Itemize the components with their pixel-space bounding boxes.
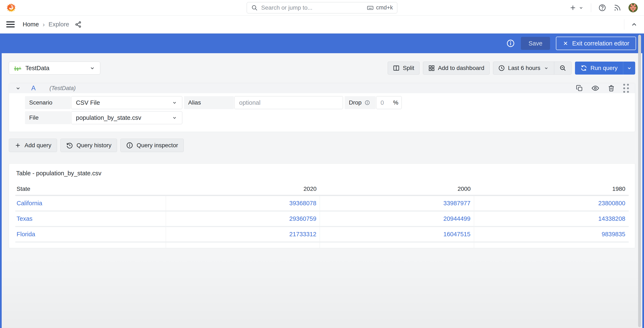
time-range-button[interactable]: Last 6 hours [493, 62, 554, 75]
drop-percent-input[interactable] [380, 99, 391, 106]
datasource-picker[interactable]: TestData [9, 62, 100, 75]
percent-suffix: % [393, 99, 398, 106]
zoom-out-time-button[interactable] [554, 62, 572, 75]
alias-label: Alias [184, 96, 234, 109]
vertical-scrollbar[interactable] [638, 35, 641, 327]
alias-field: Alias [184, 96, 343, 109]
file-field: File population_by_state.csv [25, 111, 182, 124]
column-header-2000[interactable]: 2000 [320, 183, 474, 195]
chevron-down-icon [544, 65, 549, 71]
query-editor-body: Scenario CSV File Alias [9, 93, 635, 132]
split-icon [393, 65, 400, 71]
scenario-field: Scenario CSV File [25, 96, 182, 109]
duplicate-query-icon[interactable] [576, 85, 583, 92]
split-button[interactable]: Split [388, 62, 419, 75]
news-icon[interactable] [613, 4, 621, 12]
nav-divider [591, 3, 591, 12]
cell-2000[interactable]: 33987977 [320, 196, 474, 210]
file-select[interactable]: population_by_state.csv [71, 111, 182, 124]
time-picker-group: Last 6 hours [493, 62, 572, 75]
clock-icon [498, 65, 505, 71]
column-header-1980[interactable]: 1980 [474, 183, 629, 195]
cell-1980[interactable]: 9839835 [474, 227, 629, 241]
cell-2020[interactable]: 39368078 [166, 196, 320, 210]
cell-2000[interactable]: 16047515 [320, 227, 474, 241]
help-icon[interactable] [598, 4, 606, 12]
search-shortcut: cmd+k [367, 4, 393, 11]
table-panel: Table - population_by_state.csv State 20… [9, 163, 635, 248]
datasource-name: TestData [26, 65, 49, 72]
query-datasource-hint: (TestData) [50, 85, 76, 92]
cell-2000[interactable]: 20944499 [320, 211, 474, 226]
table-row: Florida 21733312 16047515 9839835 [15, 227, 629, 243]
toggle-visibility-icon[interactable] [591, 84, 599, 92]
breadcrumb-home[interactable]: Home [23, 21, 39, 28]
data-table: State 2020 2000 1980 California 39368078… [15, 183, 629, 248]
cell-1980[interactable]: 14338208 [474, 211, 629, 226]
exit-correlation-editor-button[interactable]: Exit correlation editor [556, 37, 636, 50]
keyboard-icon [367, 4, 374, 11]
cell-2020[interactable]: 21733312 [166, 227, 320, 241]
explore-pane: TestData Split [0, 53, 644, 328]
cell-state[interactable]: Florida [15, 227, 166, 241]
info-icon [126, 142, 133, 149]
query-editor: A (TestData) [9, 83, 635, 132]
sync-icon [580, 65, 587, 71]
correlation-banner: Save Exit correlation editor [0, 33, 644, 53]
grafana-logo-icon[interactable] [6, 3, 16, 12]
run-query-group: Run query [575, 62, 635, 75]
share-icon[interactable] [75, 21, 82, 28]
top-nav: cmd+k [0, 0, 644, 15]
apps-icon [428, 65, 435, 71]
add-to-dashboard-button[interactable]: Add to dashboard [423, 62, 490, 75]
panel-title: Table - population_by_state.csv [16, 170, 629, 177]
drop-field: Drop % [345, 96, 402, 109]
scenario-select[interactable]: CSV File [71, 96, 182, 109]
query-editor-header: A (TestData) [9, 83, 635, 93]
global-search[interactable]: cmd+k [247, 2, 397, 13]
breadcrumb-separator: › [42, 21, 45, 28]
run-query-button[interactable]: Run query [575, 62, 623, 75]
column-header-2020[interactable]: 2020 [166, 183, 320, 195]
drag-handle-icon[interactable] [623, 84, 629, 93]
chevron-down-icon [89, 65, 96, 71]
delete-query-icon[interactable] [608, 85, 615, 92]
info-icon[interactable] [364, 100, 370, 105]
query-ref-id: A [31, 84, 36, 92]
drop-percent-field: % [376, 96, 402, 109]
cell-2020[interactable]: 29360759 [166, 211, 320, 226]
testdata-datasource-icon [14, 64, 22, 72]
save-button[interactable]: Save [521, 37, 550, 50]
alias-input[interactable] [234, 96, 343, 109]
user-avatar[interactable] [628, 3, 638, 12]
close-icon [562, 40, 568, 46]
table-footer-stub [15, 243, 629, 248]
column-header-state[interactable]: State [15, 183, 166, 195]
cell-1980[interactable]: 23800800 [474, 196, 629, 210]
search-icon [251, 4, 258, 11]
collapse-query-icon[interactable] [15, 85, 21, 91]
explore-toolbar: TestData Split [9, 53, 635, 75]
file-label: File [25, 111, 71, 124]
new-menu-button[interactable] [569, 4, 584, 11]
zoom-out-icon [559, 64, 566, 72]
scenario-label: Scenario [25, 96, 71, 109]
chevron-down-icon [172, 100, 178, 106]
chevron-down-icon [172, 115, 178, 121]
history-icon [66, 142, 73, 149]
run-query-dropdown[interactable] [623, 62, 635, 75]
breadcrumb-bar: Home › Explore [0, 15, 644, 33]
collapse-top-icon[interactable] [624, 19, 638, 30]
search-input[interactable] [261, 4, 364, 11]
breadcrumb-current: Explore [48, 21, 69, 28]
info-icon[interactable] [506, 39, 515, 48]
cell-state[interactable]: Texas [15, 211, 166, 226]
menu-icon[interactable] [6, 21, 15, 27]
add-query-button[interactable]: Add query [9, 139, 57, 152]
query-history-button[interactable]: Query history [60, 139, 117, 152]
query-inspector-button[interactable]: Query inspector [120, 139, 184, 152]
plus-icon [14, 142, 21, 149]
breadcrumb: Home › Explore [23, 21, 69, 28]
drop-label: Drop [345, 96, 376, 109]
cell-state[interactable]: California [15, 196, 166, 210]
